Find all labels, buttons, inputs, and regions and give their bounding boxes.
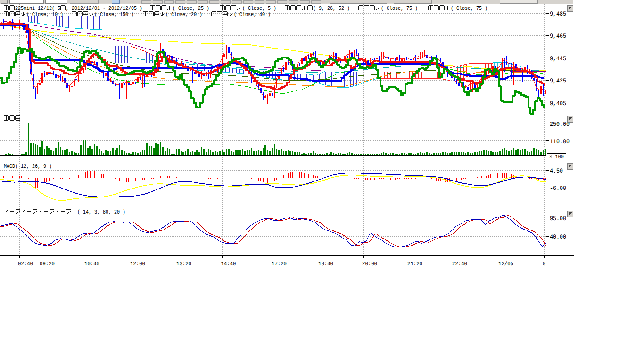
svg-text:12:00: 12:00: [130, 261, 145, 267]
svg-text:09:20: 09:20: [40, 261, 55, 267]
svg-text:17:20: 17:20: [272, 261, 287, 267]
svg-text:14:40: 14:40: [221, 261, 236, 267]
svg-text:( 14, 3, 80, 20 ): ( 14, 3, 80, 20 ): [77, 209, 125, 215]
svg-text:12/05: 12/05: [498, 261, 513, 267]
svg-text:20:00: 20:00: [362, 261, 377, 267]
svg-text:225mini 12/12( 5: 225mini 12/12( 5: [15, 5, 60, 12]
svg-text:110.00: 110.00: [550, 138, 570, 145]
svg-text:( Close, 5 ): ( Close, 5 ): [242, 5, 276, 12]
svg-text:( Close, 75 ): ( Close, 75 ): [451, 5, 487, 12]
svg-text:× 100: × 100: [549, 154, 564, 160]
svg-text:9,465: 9,465: [550, 33, 566, 40]
svg-text:( Close, 25 ): ( Close, 25 ): [173, 5, 209, 12]
svg-text:9,425: 9,425: [550, 77, 566, 84]
svg-text:0: 0: [543, 261, 545, 267]
svg-text:95.00: 95.00: [550, 215, 566, 222]
svg-text:10:40: 10:40: [84, 261, 99, 267]
svg-text:4.50: 4.50: [550, 167, 563, 174]
svg-text:( 9, 26, 52 ): ( 9, 26, 52 ): [313, 5, 350, 12]
svg-text:( Close, 10 ): ( Close, 10 ): [26, 11, 63, 18]
svg-text:21:20: 21:20: [407, 261, 422, 267]
svg-text:9,405: 9,405: [550, 100, 566, 107]
svg-text:MACD( 12, 26, 9 ): MACD( 12, 26, 9 ): [4, 163, 52, 170]
svg-text:( Close, 150 ): ( Close, 150 ): [94, 11, 134, 18]
svg-text:18:40: 18:40: [318, 261, 333, 267]
svg-text:40.00: 40.00: [550, 233, 566, 240]
svg-text:-6.00: -6.00: [550, 185, 566, 192]
svg-text:02:40: 02:40: [18, 261, 33, 267]
svg-text:250.00: 250.00: [550, 121, 570, 128]
svg-text:9,445: 9,445: [550, 55, 566, 62]
svg-text:( Close, 20 ): ( Close, 20 ): [165, 11, 202, 18]
svg-text:( Close, 40 ): ( Close, 40 ): [234, 11, 271, 18]
svg-text:, 2012/12/01 - 2012/12/05 ): , 2012/12/01 - 2012/12/05 ): [66, 5, 142, 12]
svg-text:22:40: 22:40: [452, 261, 467, 267]
svg-text:13:20: 13:20: [176, 261, 191, 267]
svg-text:9,485: 9,485: [550, 10, 566, 17]
svg-text:( Close, 75 ): ( Close, 75 ): [381, 5, 418, 12]
